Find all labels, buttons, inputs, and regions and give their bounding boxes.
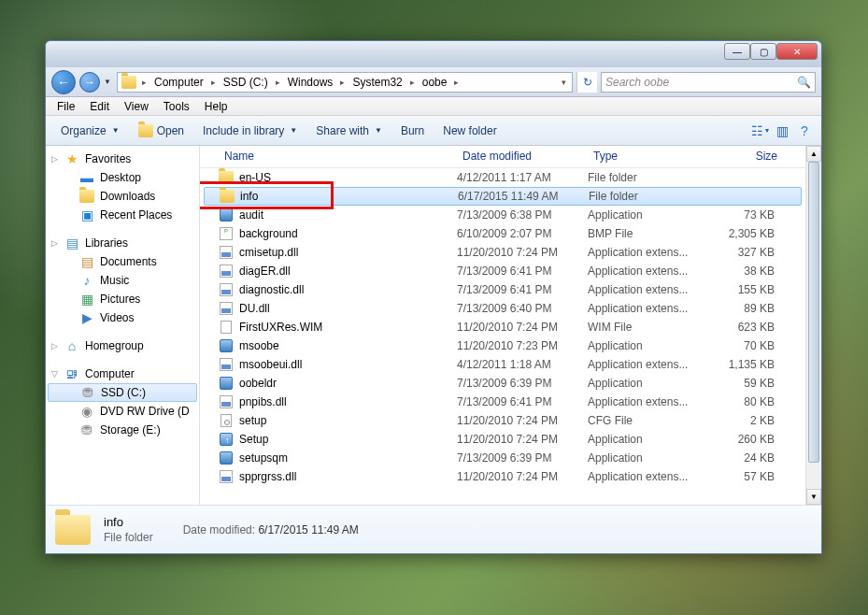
- nav-documents[interactable]: ▤Documents: [46, 252, 199, 271]
- nav-storage-e[interactable]: ⛃Storage (E:): [46, 421, 199, 439]
- nav-favorites[interactable]: ▷★Favorites: [46, 150, 199, 168]
- file-type-label: CFG File: [588, 414, 700, 427]
- file-size-label: 70 KB: [700, 339, 784, 352]
- file-row[interactable]: pnpibs.dll7/13/2009 6:41 PMApplication e…: [200, 393, 805, 411]
- close-button[interactable]: ✕: [776, 43, 818, 60]
- nav-ssd-c[interactable]: ⛃SSD (C:): [48, 383, 197, 402]
- file-type-label: BMP File: [588, 227, 700, 240]
- file-type-label: Application extens...: [588, 246, 700, 259]
- help-button[interactable]: ?: [795, 122, 814, 139]
- file-date-label: 11/20/2010 7:24 PM: [457, 414, 588, 427]
- chevron-right-icon[interactable]: ▸: [207, 78, 220, 87]
- file-row[interactable]: oobeldr7/13/2009 6:39 PMApplication59 KB: [200, 374, 805, 393]
- chevron-right-icon[interactable]: ▸: [138, 78, 150, 87]
- include-library-button[interactable]: Include in library▼: [195, 121, 305, 141]
- file-row[interactable]: spprgrss.dll11/20/2010 7:24 PMApplicatio…: [200, 467, 805, 486]
- nav-libraries[interactable]: ▷▤Libraries: [46, 234, 199, 252]
- menu-file[interactable]: File: [50, 98, 82, 115]
- scroll-track[interactable]: [806, 162, 821, 489]
- chevron-right-icon[interactable]: ▸: [336, 78, 349, 87]
- breadcrumb-oobe[interactable]: oobe: [419, 76, 451, 89]
- nav-music[interactable]: ♪Music: [46, 271, 199, 290]
- nav-desktop[interactable]: ▬Desktop: [46, 168, 199, 187]
- file-row[interactable]: diagER.dll7/13/2009 6:41 PMApplication e…: [200, 262, 805, 280]
- search-icon[interactable]: 🔍: [797, 76, 811, 89]
- nav-downloads[interactable]: Downloads: [46, 187, 199, 206]
- chevron-down-icon[interactable]: ▾: [558, 78, 570, 87]
- file-icon: [219, 301, 234, 316]
- titlebar[interactable]: — ▢ ✕: [46, 41, 821, 67]
- forward-button[interactable]: →: [79, 72, 100, 93]
- file-type-label: WIM File: [588, 321, 700, 334]
- file-size-label: 2 KB: [700, 414, 784, 427]
- file-row[interactable]: FirstUXRes.WIM11/20/2010 7:24 PMWIM File…: [200, 318, 805, 336]
- file-row[interactable]: en-US4/12/2011 1:17 AMFile folder: [200, 168, 805, 187]
- file-icon: [219, 394, 234, 409]
- breadcrumb[interactable]: ▸ Computer ▸ SSD (C:) ▸ Windows ▸ System…: [117, 72, 573, 93]
- nav-pictures[interactable]: ▦Pictures: [46, 290, 199, 308]
- column-date[interactable]: Date modified: [457, 146, 588, 167]
- folder-icon: [55, 511, 92, 549]
- scroll-thumb[interactable]: [808, 162, 819, 463]
- file-row[interactable]: diagnostic.dll7/13/2009 6:41 PMApplicati…: [200, 280, 805, 299]
- file-icon: [219, 413, 234, 428]
- scroll-up-button[interactable]: ▲: [806, 146, 821, 162]
- file-row[interactable]: msoobeui.dll4/12/2011 1:18 AMApplication…: [200, 355, 805, 374]
- file-row[interactable]: DU.dll7/13/2009 6:40 PMApplication exten…: [200, 299, 805, 318]
- organize-button[interactable]: Organize▼: [53, 121, 127, 141]
- file-icon: [219, 451, 234, 465]
- menu-view[interactable]: View: [117, 98, 156, 115]
- file-icon: P: [219, 226, 234, 241]
- nav-computer[interactable]: ▽🖳Computer: [46, 365, 199, 383]
- nav-videos[interactable]: ▶Videos: [46, 308, 199, 327]
- file-name-label: cmisetup.dll: [239, 246, 298, 259]
- scroll-down-button[interactable]: ▼: [806, 489, 821, 505]
- breadcrumb-system32[interactable]: System32: [349, 76, 406, 89]
- menu-tools[interactable]: Tools: [156, 98, 197, 115]
- file-list[interactable]: en-US4/12/2011 1:17 AMFile folderinfo6/1…: [200, 168, 805, 505]
- file-row[interactable]: msoobe11/20/2010 7:23 PMApplication70 KB: [200, 336, 805, 355]
- chevron-right-icon[interactable]: ▸: [406, 78, 419, 87]
- breadcrumb-windows[interactable]: Windows: [284, 76, 337, 89]
- details-meta-label: Date modified:: [183, 523, 255, 536]
- column-type[interactable]: Type: [588, 146, 700, 167]
- file-type-label: Application: [588, 433, 700, 446]
- file-date-label: 11/20/2010 7:24 PM: [457, 321, 588, 334]
- preview-pane-button[interactable]: ▥: [773, 122, 791, 139]
- maximize-button[interactable]: ▢: [750, 43, 776, 60]
- vertical-scrollbar[interactable]: ▲ ▼: [805, 146, 821, 505]
- minimize-button[interactable]: —: [724, 43, 750, 60]
- file-size-label: 2,305 KB: [700, 227, 784, 240]
- file-icon: [219, 170, 234, 185]
- file-date-label: 7/13/2009 6:40 PM: [457, 302, 588, 315]
- file-row[interactable]: cmisetup.dll11/20/2010 7:24 PMApplicatio…: [200, 243, 805, 262]
- column-name[interactable]: Name: [219, 146, 457, 167]
- file-row[interactable]: audit7/13/2009 6:38 PMApplication73 KB: [200, 206, 805, 224]
- file-type-label: Application: [588, 377, 700, 390]
- breadcrumb-ssd[interactable]: SSD (C:): [220, 76, 272, 89]
- nav-recent-places[interactable]: ▣Recent Places: [46, 206, 199, 224]
- refresh-button[interactable]: ↻: [576, 72, 597, 93]
- file-row[interactable]: setupsqm7/13/2009 6:39 PMApplication24 K…: [200, 449, 805, 467]
- file-icon: [219, 264, 234, 279]
- file-row[interactable]: ↑Setup11/20/2010 7:24 PMApplication260 K…: [200, 430, 805, 449]
- column-size[interactable]: Size: [700, 146, 784, 167]
- file-row[interactable]: setup11/20/2010 7:24 PMCFG File2 KB: [200, 411, 805, 430]
- chevron-right-icon[interactable]: ▸: [272, 78, 284, 87]
- breadcrumb-computer[interactable]: Computer: [150, 76, 207, 89]
- share-with-button[interactable]: Share with▼: [308, 121, 390, 141]
- file-row[interactable]: Pbackground6/10/2009 2:07 PMBMP File2,30…: [200, 224, 805, 243]
- back-button[interactable]: ←: [51, 70, 76, 94]
- menu-help[interactable]: Help: [197, 98, 235, 115]
- history-dropdown[interactable]: ▼: [104, 78, 113, 86]
- new-folder-button[interactable]: New folder: [435, 121, 504, 141]
- menu-edit[interactable]: Edit: [82, 98, 117, 115]
- view-options-button[interactable]: ☷▾: [750, 122, 769, 139]
- search-input[interactable]: Search oobe 🔍: [601, 72, 816, 93]
- chevron-right-icon[interactable]: ▸: [450, 78, 462, 87]
- file-row[interactable]: info6/17/2015 11:49 AMFile folder: [204, 187, 802, 206]
- nav-dvd-d[interactable]: ◉DVD RW Drive (D: [46, 402, 199, 421]
- open-button[interactable]: Open: [131, 120, 192, 142]
- burn-button[interactable]: Burn: [393, 121, 432, 141]
- nav-homegroup[interactable]: ▷⌂Homegroup: [46, 336, 199, 355]
